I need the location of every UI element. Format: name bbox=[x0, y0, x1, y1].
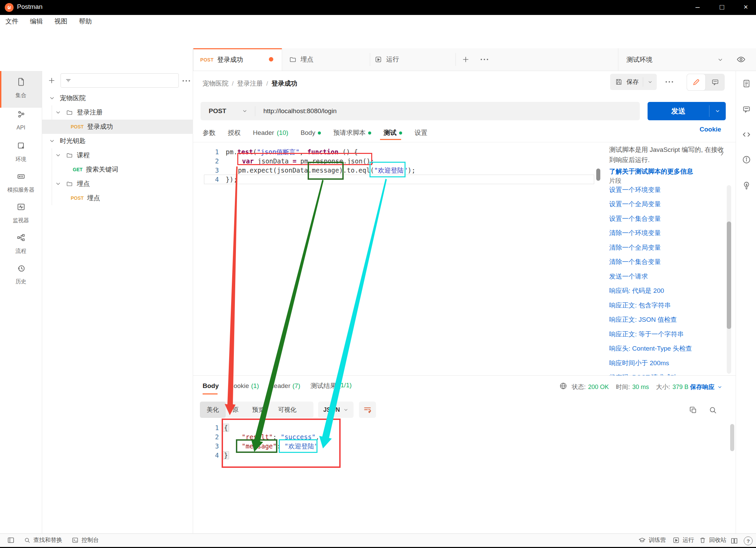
lightbulb-icon[interactable] bbox=[742, 181, 751, 190]
response-scrollbar[interactable] bbox=[730, 424, 734, 451]
cookie-link[interactable]: Cookie bbox=[700, 126, 721, 133]
environment-selector[interactable]: 测试环境 bbox=[626, 55, 652, 64]
comment-mode-button[interactable] bbox=[706, 74, 725, 91]
tree-folder-course[interactable]: 课程 bbox=[42, 148, 193, 162]
snippet-link[interactable]: 响应正文: JSON 值检查 bbox=[609, 315, 677, 323]
menu-view[interactable]: 视图 bbox=[52, 16, 69, 26]
folder-icon bbox=[66, 109, 73, 116]
copy-response-icon[interactable] bbox=[689, 406, 698, 414]
response-tab-test-results[interactable]: 测试结果(1/1) bbox=[310, 382, 351, 390]
editor-scrollbar[interactable] bbox=[596, 169, 600, 181]
url-input[interactable]: http://localhost:8080/login bbox=[263, 107, 337, 115]
trash-button[interactable]: 回收站 bbox=[699, 536, 726, 544]
format-select[interactable]: JSON bbox=[318, 402, 354, 418]
find-replace-button[interactable]: 查找和替换 bbox=[24, 536, 62, 544]
search-response-icon[interactable] bbox=[708, 406, 717, 414]
save-response-button[interactable]: 保存响应 bbox=[690, 383, 722, 391]
tab-runner[interactable]: 运行 bbox=[370, 48, 456, 71]
new-tab-plus-icon[interactable] bbox=[462, 55, 470, 64]
snippet-link[interactable]: 设置一个集合变量 bbox=[609, 214, 661, 223]
maximize-button[interactable]: □ bbox=[712, 3, 732, 12]
close-button[interactable]: × bbox=[736, 3, 756, 12]
snippet-link[interactable]: 响应时间小于 200ms bbox=[609, 359, 669, 367]
help-icon[interactable]: ? bbox=[744, 536, 753, 545]
code-snippet-icon[interactable] bbox=[741, 129, 752, 140]
tab-auth[interactable]: 授权 bbox=[228, 128, 241, 137]
snippet-link[interactable]: 状态码: POST 请求成功 bbox=[609, 373, 677, 375]
snippet-link[interactable]: 设置一个环境变量 bbox=[609, 185, 661, 194]
tab-request-active[interactable]: POST 登录成功 bbox=[193, 48, 282, 71]
view-preview-button[interactable]: 预览 bbox=[245, 402, 271, 418]
tab-tests[interactable]: 测试 bbox=[383, 128, 402, 137]
tab-burial[interactable]: 埋点 bbox=[282, 48, 370, 71]
breadcrumb-request[interactable]: 登录成功 bbox=[272, 79, 297, 88]
snippets-scrollbar-thumb[interactable] bbox=[727, 222, 731, 329]
tab-prerequest[interactable]: 预请求脚本 bbox=[333, 128, 371, 137]
globe-icon[interactable] bbox=[559, 382, 567, 390]
add-collection-icon[interactable] bbox=[48, 76, 56, 85]
status-value[interactable]: 200 OK bbox=[588, 384, 609, 391]
size-value[interactable]: 379 B bbox=[672, 384, 688, 391]
response-tab-cookie[interactable]: Cookie(1) bbox=[229, 382, 259, 390]
tab-params[interactable]: 参数 bbox=[203, 128, 216, 137]
tree-request-burial[interactable]: POST 埋点 bbox=[42, 191, 193, 205]
breadcrumb-collection[interactable]: 宠物医院 bbox=[203, 79, 228, 88]
tree-folder-burial[interactable]: 埋点 bbox=[42, 177, 193, 191]
tree-collection-time-key[interactable]: 时光钥匙 bbox=[42, 134, 193, 148]
tree-more-icon[interactable] bbox=[181, 78, 192, 83]
snippet-link[interactable]: 清除一个集合变量 bbox=[609, 258, 661, 266]
tab-more-icon[interactable] bbox=[479, 57, 492, 62]
panel-toggle-icon bbox=[7, 536, 15, 544]
tab-body[interactable]: Body bbox=[300, 129, 321, 137]
snippet-link[interactable]: 设置一个全局变量 bbox=[609, 200, 661, 208]
wrap-text-button[interactable] bbox=[359, 402, 376, 418]
learn-more-link[interactable]: 了解关于测试脚本的更多信息 bbox=[609, 167, 693, 176]
unsaved-dot bbox=[269, 57, 273, 61]
comment-icon[interactable] bbox=[742, 105, 751, 114]
split-pane-icon[interactable] bbox=[730, 537, 738, 545]
menu-help[interactable]: 帮助 bbox=[77, 16, 94, 26]
snippet-link[interactable]: 响应正文: 等于一个字符串 bbox=[609, 330, 684, 338]
view-visualize-button[interactable]: 可视化 bbox=[271, 402, 303, 418]
request-more-icon[interactable] bbox=[664, 79, 676, 84]
rail-item-collections[interactable]: 集合 bbox=[0, 71, 42, 108]
snippet-link[interactable]: 清除一个全局变量 bbox=[609, 243, 661, 251]
save-menu-chevron[interactable] bbox=[643, 79, 657, 85]
breadcrumb-folder[interactable]: 登录注册 bbox=[237, 79, 263, 88]
response-tab-header[interactable]: Header(7) bbox=[269, 382, 300, 390]
bootcamp-button[interactable]: 训练营 bbox=[638, 536, 666, 544]
tab-settings[interactable]: 设置 bbox=[414, 128, 427, 137]
runner-button[interactable]: 运行 bbox=[672, 536, 694, 544]
snippet-link[interactable]: 发送一个请求 bbox=[609, 272, 648, 280]
tree-request-login-success[interactable]: POST 登录成功 bbox=[42, 120, 193, 134]
tree-folder-login-register[interactable]: 登录注册 bbox=[42, 105, 193, 120]
chevron-down-icon[interactable] bbox=[242, 108, 247, 114]
tree-filter-input[interactable] bbox=[61, 73, 179, 88]
snippet-link[interactable]: 响应头: Content-Type 头检查 bbox=[609, 344, 692, 352]
save-button[interactable]: 保存 bbox=[610, 74, 657, 90]
chevron-down-icon[interactable] bbox=[717, 57, 723, 63]
menu-file[interactable]: 文件 bbox=[3, 16, 20, 26]
view-pretty-button[interactable]: 美化 bbox=[200, 402, 226, 418]
minimize-button[interactable]: – bbox=[687, 3, 708, 12]
snippet-link[interactable]: 响应正文: 包含字符串 bbox=[609, 301, 671, 309]
method-select[interactable]: POST bbox=[209, 107, 226, 115]
response-tab-body[interactable]: Body bbox=[203, 382, 219, 390]
edit-mode-button[interactable] bbox=[687, 74, 706, 91]
time-value[interactable]: 30 ms bbox=[632, 384, 649, 391]
menu-edit[interactable]: 编辑 bbox=[28, 16, 45, 26]
collapse-panel-chevron-icon[interactable] bbox=[719, 150, 725, 157]
snippet-link[interactable]: 响应码: 代码是 200 bbox=[609, 286, 664, 295]
console-button[interactable]: 控制台 bbox=[71, 536, 99, 544]
snippet-link[interactable]: 清除一个环境变量 bbox=[609, 229, 661, 237]
info-icon[interactable] bbox=[742, 155, 751, 164]
toggle-sidebar-button[interactable] bbox=[7, 536, 15, 544]
send-button[interactable]: 发送 bbox=[648, 102, 726, 120]
tab-headers[interactable]: Header(10) bbox=[253, 129, 288, 137]
view-raw-button[interactable]: 原 bbox=[226, 402, 245, 418]
send-menu-chevron[interactable] bbox=[709, 102, 726, 120]
tree-request-search-keyword[interactable]: GET 搜索关键词 bbox=[42, 162, 193, 177]
environment-eye-icon[interactable] bbox=[736, 55, 746, 64]
tree-collection-pet-hospital[interactable]: 宠物医院 bbox=[42, 91, 193, 105]
documentation-icon[interactable] bbox=[742, 79, 751, 88]
